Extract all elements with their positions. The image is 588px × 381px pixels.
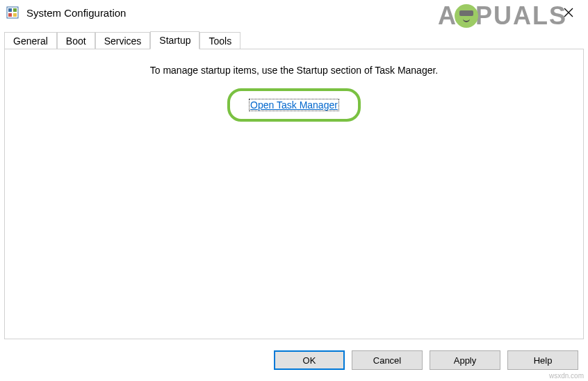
apply-button[interactable]: Apply [430,350,500,370]
close-icon [564,8,573,17]
close-button[interactable] [555,1,582,24]
instruction-text: To manage startup items, use the Startup… [5,65,583,76]
dialog-buttons: OK Cancel Apply Help [274,350,578,370]
open-task-manager-link[interactable]: Open Task Manager [250,99,338,111]
tab-strip: General Boot Services Startup Tools [0,29,588,49]
tab-tools[interactable]: Tools [199,32,240,49]
app-icon [6,6,19,19]
tab-startup[interactable]: Startup [150,31,199,49]
titlebar: System Configuration [0,0,588,25]
highlight-ring: Open Task Manager [227,88,361,122]
source-note: wsxdn.com [549,372,584,380]
ok-button[interactable]: OK [274,350,345,370]
window-title: System Configuration [26,7,555,19]
cancel-button[interactable]: Cancel [352,350,423,370]
tab-boot[interactable]: Boot [57,32,95,49]
tab-content: To manage startup items, use the Startup… [4,49,584,339]
help-button[interactable]: Help [507,350,578,370]
tab-general[interactable]: General [4,32,57,49]
svg-rect-1 [8,8,12,12]
svg-rect-2 [13,8,17,12]
svg-rect-3 [8,13,12,17]
svg-rect-4 [13,13,17,17]
tab-services[interactable]: Services [95,32,151,49]
